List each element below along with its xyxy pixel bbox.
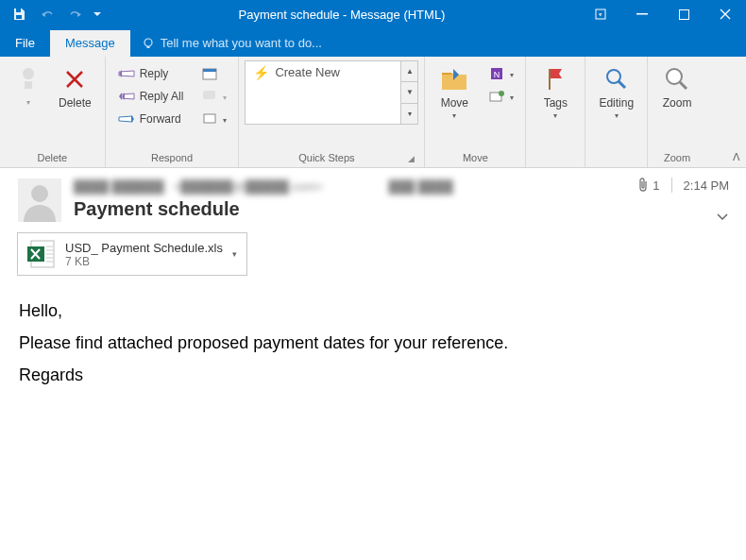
attachment-item[interactable]: USD_ Payment Schedule.xls 7 KB ▾ [17, 232, 247, 276]
undo-icon[interactable] [34, 1, 60, 27]
message-header: ████ ██████ <██████@█████.com> ███ ████ … [0, 168, 746, 223]
attachment-name: USD_ Payment Schedule.xls [65, 241, 223, 255]
rules-icon: N [487, 66, 506, 81]
actions-icon [487, 89, 506, 104]
qs-up-button[interactable]: ▲ [401, 61, 417, 82]
reply-all-button[interactable]: Reply All [111, 85, 190, 108]
reply-icon [117, 66, 136, 81]
quick-access-toolbar [0, 1, 104, 27]
ignore-junk-button[interactable]: ▾ [6, 60, 51, 110]
tab-file[interactable]: File [0, 30, 50, 57]
close-button[interactable] [704, 0, 746, 28]
svg-point-7 [23, 68, 34, 79]
delete-icon [59, 64, 90, 94]
chat-icon [200, 89, 219, 104]
editing-button[interactable]: Editing ▾ [591, 60, 641, 124]
more-respond-button[interactable]: ▾ [195, 108, 232, 130]
svg-rect-1 [16, 15, 22, 19]
svg-rect-8 [25, 81, 32, 89]
group-quick-steps: ⚡ Create New ▲ ▼ ▾ Quick Steps◢ [239, 57, 425, 167]
junk-icon [13, 64, 43, 94]
svg-point-21 [31, 185, 48, 202]
actions-button[interactable]: ▾ [482, 85, 519, 108]
recipient: ███ ████ [389, 179, 453, 194]
qat-customize-icon[interactable] [91, 1, 104, 27]
collapse-ribbon-button[interactable]: ᐱ [733, 151, 740, 163]
qs-gallery-button[interactable]: ▾ [401, 104, 417, 124]
find-icon [602, 64, 632, 94]
tags-button[interactable]: Tags ▾ [532, 60, 579, 124]
svg-text:N: N [494, 70, 500, 79]
svg-rect-6 [146, 46, 149, 48]
sender-name: ████ ██████ [74, 179, 164, 194]
svg-rect-11 [203, 91, 215, 99]
lightbulb-icon [142, 37, 155, 50]
meeting-button[interactable] [195, 62, 232, 85]
window-title: Payment schedule - Message (HTML) [104, 8, 580, 22]
title-bar: Payment schedule - Message (HTML) [0, 0, 746, 28]
reply-button[interactable]: Reply [111, 62, 190, 85]
group-respond: Reply Reply All Forward ▾ ▾ Respond [106, 57, 240, 167]
quicksteps-launcher[interactable]: ◢ [408, 154, 418, 167]
move-folder-icon [439, 64, 469, 94]
meeting-icon [200, 66, 219, 81]
group-editing: Editing ▾ [585, 57, 648, 167]
svg-point-19 [667, 69, 682, 84]
sender-email: <██████@█████.com> [174, 179, 323, 194]
forward-button[interactable]: Forward [111, 108, 190, 130]
excel-file-icon [27, 239, 58, 269]
ribbon-tabs: File Message Tell me what you want to do… [0, 28, 746, 57]
redo-icon[interactable] [62, 1, 89, 27]
rules-button[interactable]: N▾ [482, 62, 519, 85]
svg-point-5 [144, 39, 152, 46]
group-move: Move ▾ N▾ ▾ Move [425, 57, 526, 167]
svg-rect-17 [549, 69, 551, 90]
zoom-icon [662, 64, 692, 94]
im-button[interactable]: ▾ [195, 85, 232, 108]
qs-down-button[interactable]: ▼ [401, 82, 417, 103]
quick-step-create-new[interactable]: ⚡ Create New [245, 60, 401, 125]
group-zoom: Zoom Zoom [648, 57, 706, 167]
minimize-popup-icon[interactable] [580, 0, 621, 28]
move-button[interactable]: Move ▾ [431, 60, 478, 124]
lightning-icon: ⚡ [253, 65, 269, 80]
attachment-dropdown[interactable]: ▾ [223, 249, 237, 259]
svg-rect-3 [636, 13, 648, 15]
svg-rect-4 [679, 9, 688, 19]
attachment-indicator: 1 [637, 178, 659, 193]
minimize-button[interactable] [621, 0, 663, 28]
message-time: 2:14 PM [684, 178, 729, 193]
quick-steps-scroll: ▲ ▼ ▾ [401, 60, 418, 125]
svg-rect-12 [204, 114, 215, 123]
expand-header-button[interactable] [716, 208, 729, 225]
paperclip-icon [637, 178, 649, 193]
save-icon[interactable] [6, 1, 32, 27]
svg-rect-10 [203, 69, 216, 72]
group-tags: Tags ▾ [526, 57, 585, 167]
zoom-button[interactable]: Zoom [653, 60, 701, 113]
ribbon: ▾ Delete Delete Reply Reply All [0, 57, 746, 168]
svg-rect-0 [16, 8, 21, 12]
window-buttons [580, 0, 746, 28]
forward-icon [117, 111, 136, 127]
maximize-button[interactable] [663, 0, 704, 28]
attachments-area: USD_ Payment Schedule.xls 7 KB ▾ [0, 223, 746, 281]
sender-line: ████ ██████ <██████@█████.com> ███ ████ [74, 178, 729, 195]
group-delete: ▾ Delete Delete [0, 57, 106, 167]
delete-button[interactable]: Delete [51, 60, 99, 113]
sender-avatar [17, 178, 62, 223]
message-body: Hello, Please find attached proposed pay… [0, 281, 746, 405]
reply-all-icon [117, 89, 136, 104]
tell-me-search[interactable]: Tell me what you want to do... [130, 36, 333, 57]
attachment-size: 7 KB [65, 255, 223, 268]
message-subject: Payment schedule [74, 198, 729, 220]
svg-point-18 [607, 70, 620, 83]
more-icon [200, 111, 219, 127]
flag-icon [540, 64, 570, 94]
tab-message[interactable]: Message [50, 30, 130, 57]
svg-point-16 [499, 91, 504, 96]
